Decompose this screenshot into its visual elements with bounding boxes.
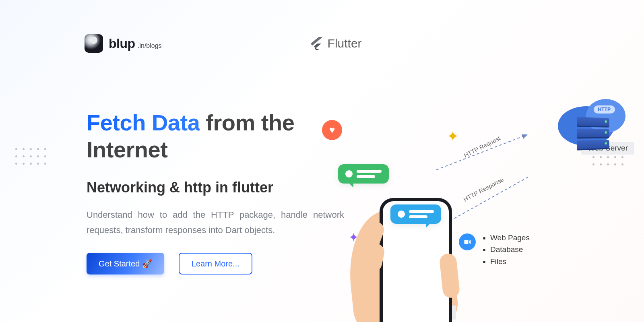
hero-paragraph: Understand how to add the HTTP package, … <box>87 207 344 237</box>
svg-marker-0 <box>310 37 322 45</box>
hero: Fetch Data from the Internet Networking … <box>0 53 334 275</box>
server-rack-icon <box>577 117 609 151</box>
list-item: Web Pages <box>490 232 530 244</box>
heart-icon <box>322 120 342 140</box>
server-resources-list: Web Pages Database Files <box>483 232 530 267</box>
list-item: Files <box>490 256 530 267</box>
page-title: Fetch Data from the Internet <box>87 109 334 163</box>
page-subtitle: Networking & http in flutter <box>87 179 334 196</box>
blup-icon <box>85 34 103 53</box>
chat-bubble-blue <box>390 204 441 224</box>
flutter-badge: Flutter <box>311 37 362 50</box>
brand-name: blup <box>109 36 135 51</box>
get-started-button[interactable]: Get Started 🚀 <box>87 253 164 275</box>
svg-line-3 <box>436 135 527 170</box>
cloud-server: HTTP Web Server <box>555 97 624 149</box>
video-icon <box>459 233 476 250</box>
list-item: Database <box>490 244 530 255</box>
learn-more-button[interactable]: Learn More... <box>179 253 252 275</box>
http-pill: HTTP <box>594 105 615 114</box>
flutter-label: Flutter <box>328 37 362 50</box>
brand-logo[interactable]: blup .in/blogs <box>85 34 162 53</box>
page-header: blup .in/blogs Flutter <box>0 0 644 53</box>
cta-row: Get Started 🚀 Learn More... <box>87 253 334 275</box>
network-diagram: ✦ ✦ Client HTTP Request HTTP Response <box>330 105 620 322</box>
svg-line-4 <box>440 177 528 226</box>
flutter-icon <box>309 37 322 50</box>
chat-bubble-green <box>338 164 389 184</box>
brand-sub: .in/blogs <box>138 42 162 49</box>
title-accent: Fetch Data <box>87 110 200 135</box>
dot-grid-left <box>15 148 47 165</box>
